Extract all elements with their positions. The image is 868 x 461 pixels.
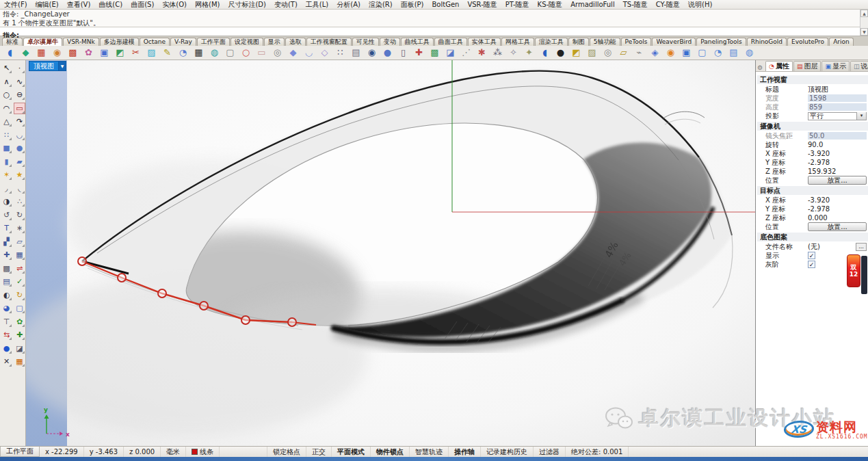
toolbar-icon[interactable]: ⋰ <box>458 46 474 60</box>
tool-icon[interactable]: ▮ <box>1 156 12 168</box>
tool-icon[interactable]: ⇆ <box>1 329 12 341</box>
toolbar-tab[interactable]: 显示 <box>264 38 285 46</box>
toolbar-icon[interactable]: ▩ <box>427 46 443 60</box>
menu-item[interactable]: CY-随意 <box>652 0 684 10</box>
toolbar-tab[interactable]: 曲线工具 <box>401 38 434 46</box>
menu-item[interactable]: VSR-随意 <box>463 0 501 10</box>
scroll-down-icon[interactable]: ▼ <box>860 28 868 36</box>
toolbar-icon[interactable]: ● <box>553 46 568 60</box>
toolbar-icon[interactable]: ▨ <box>144 46 159 60</box>
tool-icon[interactable]: ✚ <box>1 249 12 261</box>
tool-icon[interactable]: ▩ <box>1 263 12 274</box>
status-segment[interactable]: y -3.463 <box>84 447 124 457</box>
tool-icon[interactable]: △ <box>1 116 12 127</box>
tool-icon[interactable]: ∿ <box>14 76 25 88</box>
menu-item[interactable]: 尺寸标注(D) <box>224 0 270 10</box>
status-toggle[interactable]: 智慧轨迹 <box>410 447 449 457</box>
toolbar-tab[interactable]: 设定视图 <box>231 38 263 46</box>
toolbar-icon[interactable]: ● <box>380 46 395 60</box>
toolbar-icon[interactable]: ▱ <box>616 46 631 60</box>
toolbar-tab[interactable]: 网格工具 <box>501 38 534 46</box>
toolbar-tab[interactable]: RhinoGold <box>747 38 787 46</box>
tool-icon[interactable]: ◟ <box>14 183 25 194</box>
viewport-title-tab[interactable]: 顶视图 ▼ <box>29 61 66 71</box>
menu-item[interactable]: 分析(A) <box>332 0 365 10</box>
toolbar-icon[interactable]: ▢ <box>694 46 710 60</box>
tool-icon[interactable]: ∴ <box>14 196 25 207</box>
toolbar-icon[interactable]: ◎ <box>269 46 285 60</box>
command-input[interactable]: 指令: <box>0 27 868 36</box>
tool-icon[interactable]: ■ <box>1 142 12 154</box>
tool-icon[interactable]: ▭ <box>14 103 25 114</box>
tool-icon[interactable]: ✓ <box>14 276 25 287</box>
panel-tab[interactable]: ▤ 图层 <box>793 61 821 71</box>
status-segment[interactable]: x -22.299 <box>40 447 84 457</box>
promo-sticker[interactable]: 双12 <box>847 254 867 294</box>
menu-item[interactable]: 文件(F) <box>0 0 31 10</box>
menu-item[interactable]: 曲面(S) <box>127 0 158 10</box>
status-segment[interactable]: z 0.000 <box>124 447 161 457</box>
tool-icon[interactable]: ◪ <box>14 343 25 354</box>
tool-icon[interactable]: ↷ <box>14 116 25 127</box>
status-toggle[interactable]: 操作轴 <box>449 447 481 457</box>
status-segment[interactable]: 线条 <box>186 447 220 457</box>
toolbar-tab[interactable]: 制图 <box>568 38 589 46</box>
toolbar-icon[interactable]: ✱ <box>474 46 490 60</box>
menu-item[interactable]: 说明(H) <box>684 0 716 10</box>
tool-icon[interactable]: ◐ <box>1 289 12 301</box>
tool-icon[interactable]: · <box>14 62 25 74</box>
toolbar-icon[interactable]: ✧ <box>505 46 521 60</box>
property-value[interactable]: 859 <box>808 103 867 111</box>
toolbar-icon[interactable]: ◩ <box>568 46 584 60</box>
menu-item[interactable]: 实体(O) <box>158 0 191 10</box>
toolbar-icon[interactable]: ◖ <box>2 46 18 60</box>
tool-icon[interactable]: ⊖ <box>14 89 25 101</box>
property-value[interactable]: -2.978 <box>808 159 867 166</box>
menu-item[interactable]: 渲染(R) <box>365 0 397 10</box>
toolbar-tab[interactable]: VSR-MNk <box>63 38 99 46</box>
toolbar-icon[interactable]: ◉ <box>364 46 380 60</box>
scroll-up-icon[interactable]: ▲ <box>860 10 868 17</box>
toolbar-icon[interactable]: ◉ <box>49 46 65 60</box>
toolbar-tab[interactable]: Arion <box>829 38 854 46</box>
menu-item[interactable]: TS-随意 <box>619 0 652 10</box>
menu-item[interactable]: KS-随意 <box>534 0 567 10</box>
property-value[interactable]: 0.000 <box>808 214 867 222</box>
viewport-top-view[interactable]: 4% 4% x y 顶视 <box>26 60 755 446</box>
menu-item[interactable]: 编辑(E) <box>31 0 63 10</box>
toolbar-icon[interactable]: ▯ <box>395 46 411 60</box>
toolbar-icon[interactable]: ◔ <box>710 46 726 60</box>
toolbar-tab[interactable]: PeTools <box>621 38 652 46</box>
toolbar-icon[interactable]: ∷ <box>332 46 348 60</box>
tool-icon[interactable]: ◞ <box>1 183 12 194</box>
command-scrollbar[interactable]: ▲ ▼ <box>860 10 868 36</box>
toolbar-icon[interactable]: ◍ <box>207 46 222 60</box>
toolbar-tab[interactable]: Octane <box>140 38 170 46</box>
tool-icon[interactable]: ↻ <box>14 289 25 301</box>
status-toggle[interactable]: 记录建构历史 <box>481 447 534 457</box>
status-toggle[interactable]: 锁定格点 <box>267 447 306 457</box>
toolbar-icon[interactable]: ◆ <box>18 46 34 60</box>
tool-icon[interactable]: ✚ <box>14 329 25 341</box>
toolbar-icon[interactable]: ◔ <box>175 46 191 60</box>
status-segment[interactable]: 毫米 <box>161 447 186 457</box>
status-toggle[interactable]: 平面模式 <box>332 447 371 457</box>
toolbar-icon[interactable]: ✚ <box>411 46 427 60</box>
toolbar-tab[interactable]: 标准 <box>2 38 23 46</box>
tool-icon[interactable]: ✶ <box>1 169 12 181</box>
property-value[interactable]: 放置... <box>808 222 867 231</box>
menu-item[interactable]: 工具(L) <box>302 0 332 10</box>
tool-icon[interactable]: ◡ <box>14 129 25 141</box>
tool-icon[interactable]: ◠ <box>1 103 12 114</box>
tool-icon[interactable]: ▱ <box>14 236 25 248</box>
tool-icon[interactable]: ▢ <box>14 302 25 314</box>
status-toggle[interactable]: 物件锁点 <box>371 447 410 457</box>
property-value[interactable]: 平行 <box>808 112 867 120</box>
tool-icon[interactable]: ◑ <box>1 196 12 207</box>
toolbar-icon[interactable]: ◇ <box>317 46 332 60</box>
toolbar-tab[interactable]: V-Ray <box>170 38 196 46</box>
toolbar-tab[interactable]: 多边形建模 <box>100 38 139 46</box>
tool-icon[interactable]: T <box>1 222 12 234</box>
toolbar-icon[interactable]: ⌁ <box>631 46 647 60</box>
toolbar-tab[interactable]: 选取 <box>285 38 306 46</box>
